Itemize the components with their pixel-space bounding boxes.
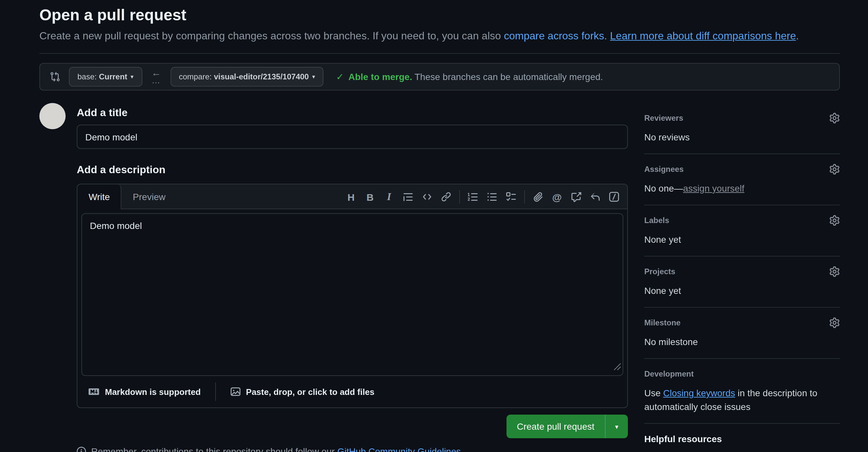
- quote-icon[interactable]: [399, 188, 417, 206]
- sidebar-section-reviewers: Reviewers No reviews: [644, 103, 840, 154]
- assignees-heading: Assignees: [644, 163, 684, 175]
- footer-divider: [215, 383, 216, 401]
- markdown-icon: [88, 386, 100, 397]
- gear-icon[interactable]: [829, 113, 840, 123]
- gear-icon[interactable]: [829, 215, 840, 226]
- title-label: Add a title: [77, 107, 628, 119]
- description-label: Add a description: [77, 164, 628, 176]
- pull-request-form: Add a title Add a description Write Prev…: [77, 103, 628, 452]
- contribution-note: Remember, contributions to this reposito…: [77, 446, 628, 452]
- sidebar-section-helpful-resources: Helpful resources GitHub Community Guide…: [644, 424, 840, 452]
- sidebar: Reviewers No reviews Assignees No one—as…: [644, 103, 840, 452]
- community-guidelines-link[interactable]: GitHub Community Guidelines: [337, 446, 461, 452]
- create-options-dropdown[interactable]: ▾: [605, 415, 628, 438]
- reviewers-heading: Reviewers: [644, 112, 683, 124]
- create-pull-request-button[interactable]: Create pull request: [506, 415, 605, 438]
- helpful-resources-heading: Helpful resources: [644, 433, 722, 445]
- mention-icon[interactable]: @: [548, 188, 566, 206]
- cross-reference-icon[interactable]: [567, 188, 585, 206]
- labels-heading: Labels: [644, 215, 669, 226]
- chevron-down-icon: ▾: [130, 70, 133, 83]
- slash-command-icon[interactable]: [605, 188, 623, 206]
- resize-handle-icon[interactable]: [614, 361, 621, 373]
- chevron-down-icon: ▾: [312, 70, 315, 83]
- markdown-supported-note[interactable]: Markdown is supported: [83, 386, 206, 397]
- diff-comparisons-link[interactable]: Learn more about diff comparisons here: [610, 30, 796, 41]
- tab-write[interactable]: Write: [78, 184, 122, 209]
- gear-icon[interactable]: [829, 164, 840, 174]
- toolbar-divider: [524, 190, 525, 203]
- gear-icon[interactable]: [829, 266, 840, 277]
- assign-yourself-link[interactable]: assign yourself: [683, 183, 744, 194]
- page-title: Open a pull request: [39, 5, 840, 25]
- git-compare-icon: [50, 71, 60, 82]
- development-heading: Development: [644, 368, 694, 380]
- assignees-value: No one—assign yourself: [644, 182, 840, 195]
- info-icon: [77, 447, 86, 452]
- title-input[interactable]: [77, 125, 628, 149]
- code-icon[interactable]: [418, 188, 436, 206]
- merge-status-detail: These branches can be automatically merg…: [415, 71, 603, 82]
- page-root: Open a pull request Create a new pull re…: [0, 5, 868, 452]
- projects-heading: Projects: [644, 266, 676, 278]
- markdown-editor: Write Preview H B I: [77, 184, 628, 408]
- labels-value: None yet: [644, 233, 840, 247]
- content-row: Add a title Add a description Write Prev…: [39, 103, 840, 452]
- sidebar-section-labels: Labels None yet: [644, 205, 840, 257]
- milestone-value: No milestone: [644, 335, 840, 349]
- sidebar-section-development: Development Use Closing keywords in the …: [644, 359, 840, 424]
- milestone-heading: Milestone: [644, 317, 681, 329]
- add-files-button[interactable]: Paste, drop, or click to add files: [225, 386, 380, 397]
- editor-footer: Markdown is supported Paste, drop, or cl…: [78, 376, 627, 408]
- link-icon[interactable]: [437, 188, 455, 206]
- chevron-down-icon: ▾: [615, 423, 618, 430]
- toolbar-divider: [459, 190, 460, 203]
- sidebar-section-assignees: Assignees No one—assign yourself: [644, 154, 840, 205]
- image-icon: [230, 386, 241, 397]
- description-textarea[interactable]: Demo model: [81, 213, 623, 376]
- italic-icon[interactable]: I: [380, 188, 398, 206]
- page-subtitle: Create a new pull request by comparing c…: [39, 29, 840, 54]
- branch-compare-bar: base: Current ▾ ← … compare: visual-edit…: [39, 63, 840, 91]
- markdown-toolbar: H B I @: [342, 184, 627, 209]
- open-pull-request-page: Open a pull request Create a new pull re…: [0, 5, 868, 452]
- form-actions: Create pull request ▾: [77, 415, 628, 438]
- subtitle-text: Create a new pull request by comparing c…: [39, 30, 504, 41]
- arrow-left-icon: ← …: [151, 69, 161, 84]
- reviewers-value: No reviews: [644, 131, 840, 144]
- development-value: Use Closing keywords in the description …: [644, 386, 840, 414]
- numbered-list-icon[interactable]: [464, 188, 482, 206]
- merge-status-bold: Able to merge.: [348, 71, 412, 82]
- closing-keywords-link[interactable]: Closing keywords: [663, 388, 735, 398]
- gear-icon[interactable]: [829, 318, 840, 328]
- bullet-list-icon[interactable]: [483, 188, 501, 206]
- sidebar-section-milestone: Milestone No milestone: [644, 308, 840, 359]
- editor-header: Write Preview H B I: [78, 184, 627, 209]
- saved-replies-icon[interactable]: [586, 188, 604, 206]
- sidebar-section-projects: Projects None yet: [644, 257, 840, 308]
- base-branch-dropdown[interactable]: base: Current ▾: [69, 67, 142, 87]
- projects-value: None yet: [644, 284, 840, 298]
- check-icon: ✓: [336, 71, 344, 82]
- bold-icon[interactable]: B: [361, 188, 379, 206]
- attach-file-icon[interactable]: [529, 188, 547, 206]
- task-list-icon[interactable]: [502, 188, 520, 206]
- create-pull-request-split-button: Create pull request ▾: [506, 415, 628, 438]
- merge-status: ✓ Able to merge. These branches can be a…: [336, 71, 603, 82]
- tab-preview[interactable]: Preview: [122, 184, 177, 209]
- compare-branch-dropdown[interactable]: compare: visual-editor/2135/107400 ▾: [170, 67, 323, 87]
- heading-icon[interactable]: H: [342, 188, 360, 206]
- avatar: [39, 103, 66, 129]
- editor-body: Demo model: [78, 209, 627, 376]
- compare-across-forks-link[interactable]: compare across forks: [504, 30, 604, 41]
